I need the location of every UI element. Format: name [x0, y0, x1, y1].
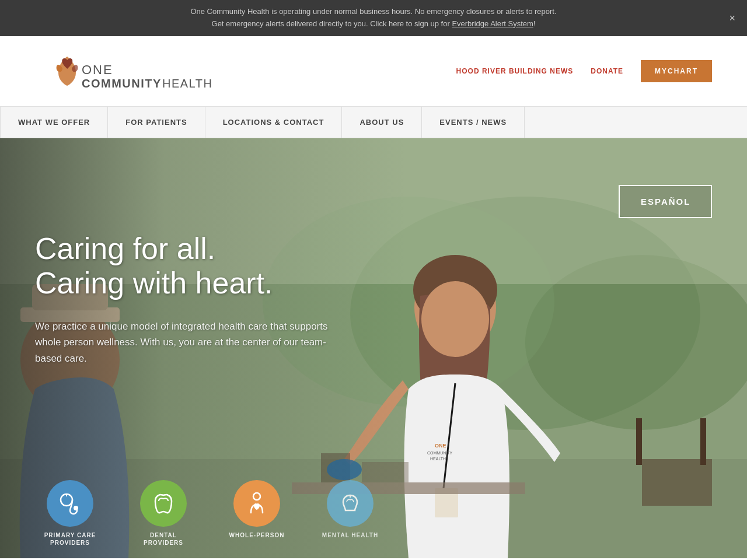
donate-link[interactable]: DONATE	[591, 67, 623, 75]
svg-point-35	[253, 493, 260, 500]
hero-heading: Caring for all. Caring with heart.	[35, 232, 338, 302]
hero-heading-line1: Caring for all.	[35, 232, 215, 265]
alert-close-button[interactable]: ×	[729, 12, 735, 24]
espanol-button[interactable]: ESPAÑOL	[619, 185, 712, 218]
svg-rect-20	[642, 459, 712, 506]
dental-label: DENTALPROVIDERS	[144, 531, 183, 547]
hero-heading-line2: Caring with heart.	[35, 266, 273, 300]
whole-person-icon-circle	[233, 480, 280, 527]
header-right: HOOD RIVER BUILDING NEWS DONATE MYCHART	[456, 60, 712, 82]
svg-text:ONE: ONE	[435, 443, 446, 449]
hero-content: Caring for all. Caring with heart. We pr…	[35, 232, 338, 366]
alert-link[interactable]: Everbridge Alert System	[452, 19, 533, 28]
primary-care-label: PRIMARY CAREPROVIDERS	[44, 531, 96, 547]
mental-health-icon-circle	[327, 480, 374, 527]
icon-card-mental-health[interactable]: MENTAL HEALTH	[315, 480, 385, 547]
nav-item-for-patients[interactable]: FOR PATIENTS	[108, 107, 205, 138]
nav-item-locations-contact[interactable]: LOCATIONS & CONTACT	[205, 107, 343, 138]
mychart-button[interactable]: MYCHART	[641, 60, 712, 82]
icon-card-dental[interactable]: DENTALPROVIDERS	[128, 480, 198, 547]
svg-text:COMMUNITY: COMMUNITY	[82, 77, 162, 90]
svg-point-14	[421, 281, 489, 357]
alert-text-line1: One Community Health is operating under …	[190, 7, 556, 16]
svg-point-32	[74, 506, 78, 510]
mental-health-label: MENTAL HEALTH	[322, 531, 378, 539]
svg-rect-21	[636, 418, 642, 465]
stethoscope-icon	[57, 491, 83, 516]
svg-text:ONE: ONE	[82, 62, 113, 77]
alert-text-line2-pre: Get emergency alerts delivered directly …	[212, 19, 452, 28]
brain-icon	[337, 491, 363, 516]
whole-person-label: WHOLE-PERSON	[229, 531, 285, 539]
icon-card-primary-care[interactable]: PRIMARY CAREPROVIDERS	[35, 480, 105, 547]
primary-care-icon-circle	[47, 480, 93, 527]
hero-icons: PRIMARY CAREPROVIDERS DENTALPROVIDERS	[35, 480, 385, 558]
person-heart-icon	[244, 491, 270, 516]
site-logo: ONE COMMUNITY HEALTH	[35, 48, 222, 94]
nav-item-events-news[interactable]: EVENTS / NEWS	[422, 107, 525, 138]
site-header: ONE COMMUNITY HEALTH HOOD RIVER BUILDING…	[0, 36, 747, 106]
main-nav: WHAT WE OFFER FOR PATIENTS LOCATIONS & C…	[0, 106, 747, 138]
svg-text:HEALTH: HEALTH	[430, 457, 446, 461]
hero-section: ONE COMMUNITY HEALTH E	[0, 138, 747, 558]
svg-rect-22	[700, 418, 706, 465]
nav-item-what-we-offer[interactable]: WHAT WE OFFER	[0, 107, 108, 138]
hero-body-text: We practice a unique model of integrated…	[35, 318, 338, 366]
nav-item-about-us[interactable]: ABOUT US	[342, 107, 422, 138]
alert-banner: One Community Health is operating under …	[0, 0, 747, 36]
alert-text-line2-post: !	[533, 19, 536, 28]
svg-text:COMMUNITY: COMMUNITY	[427, 451, 452, 455]
tooth-icon	[151, 491, 176, 516]
icon-card-whole-person[interactable]: WHOLE-PERSON	[222, 480, 292, 547]
dental-icon-circle	[140, 480, 187, 527]
svg-text:HEALTH: HEALTH	[162, 77, 212, 90]
logo-area[interactable]: ONE COMMUNITY HEALTH	[35, 48, 222, 94]
hood-river-news-link[interactable]: HOOD RIVER BUILDING NEWS	[456, 67, 574, 75]
